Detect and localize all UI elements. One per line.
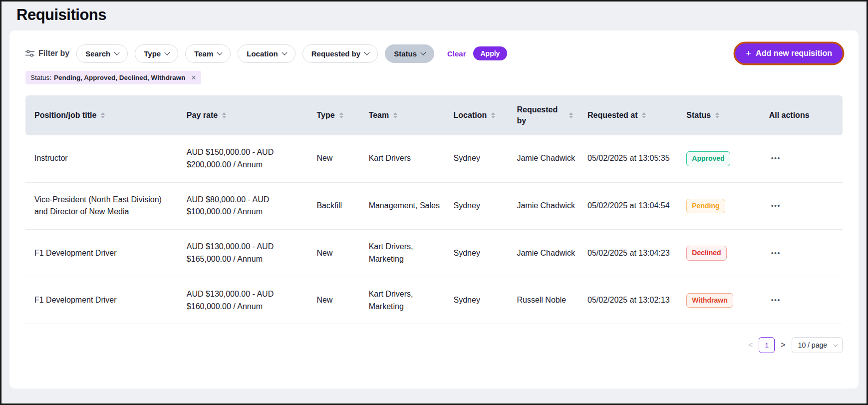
cell-position: F1 Development Driver xyxy=(25,277,187,324)
cell-requested-at: 05/02/2025 at 13:05:35 xyxy=(587,135,686,182)
cell-type: New xyxy=(316,277,368,324)
filter-status-dropdown[interactable]: Status xyxy=(385,44,434,63)
table-header-row: Position/job title Pay rate Type Team Lo… xyxy=(25,95,843,135)
pagination: < 1 > 10 / page xyxy=(25,337,843,353)
cell-requested-by: Jamie Chadwick xyxy=(517,135,587,182)
row-actions-button[interactable]: ••• xyxy=(769,295,783,305)
header-status[interactable]: Status xyxy=(686,95,769,135)
chevron-down-icon xyxy=(282,49,287,55)
cell-team: Management, Sales xyxy=(369,182,454,230)
pagination-prev-button[interactable]: < xyxy=(748,341,753,350)
cell-team: Kart Drivers, Marketing xyxy=(369,277,454,324)
pagination-page-button[interactable]: 1 xyxy=(759,337,775,353)
chevron-down-icon xyxy=(364,49,369,55)
header-team[interactable]: Team xyxy=(369,95,454,135)
cell-actions: ••• xyxy=(769,135,843,182)
cell-status: Withdrawn xyxy=(686,277,769,324)
chevron-down-icon xyxy=(114,49,120,55)
cell-requested-at: 05/02/2025 at 13:04:23 xyxy=(587,230,686,277)
header-requested-at[interactable]: Requested at xyxy=(587,95,686,135)
status-badge: Declined xyxy=(686,246,726,261)
cell-location: Sydney xyxy=(454,277,517,324)
sort-icon[interactable] xyxy=(569,112,573,118)
cell-team: Kart Drivers xyxy=(369,135,454,182)
header-location[interactable]: Location xyxy=(454,95,517,135)
cell-actions: ••• xyxy=(769,182,843,230)
cell-location: Sydney xyxy=(454,182,517,230)
row-actions-button[interactable]: ••• xyxy=(769,201,783,211)
cell-actions: ••• xyxy=(769,277,843,324)
requisitions-card: Filter by Search Type Team Location Requ… xyxy=(9,30,859,389)
page-size-select[interactable]: 10 / page xyxy=(792,337,843,353)
header-position[interactable]: Position/job title xyxy=(25,95,187,135)
filter-type-dropdown[interactable]: Type xyxy=(135,44,178,63)
status-badge: Withdrawn xyxy=(686,293,733,308)
sort-icon[interactable] xyxy=(339,112,343,118)
sort-icon[interactable] xyxy=(715,112,719,118)
table-row: Instructor AUD $150,000.00 - AUD $200,00… xyxy=(25,135,843,182)
sort-icon[interactable] xyxy=(101,112,105,118)
filter-requested-by-dropdown[interactable]: Requested by xyxy=(302,44,378,63)
table-row: Vice-President (North East Division) and… xyxy=(25,182,843,230)
cell-pay-rate: AUD $130,000.00 - AUD $165,000.00 / Annu… xyxy=(187,230,317,277)
sort-icon[interactable] xyxy=(491,112,495,118)
pagination-next-button[interactable]: > xyxy=(781,341,785,350)
filter-search-dropdown[interactable]: Search xyxy=(76,44,128,63)
header-type[interactable]: Type xyxy=(316,95,368,135)
cell-pay-rate: AUD $130,000.00 - AUD $160,000.00 / Annu… xyxy=(187,277,317,324)
cell-location: Sydney xyxy=(454,230,517,277)
chevron-down-icon xyxy=(165,49,170,55)
cell-actions: ••• xyxy=(769,230,843,277)
table-row: F1 Development Driver AUD $130,000.00 - … xyxy=(25,230,843,277)
cell-status: Pending xyxy=(686,182,769,230)
cell-position: F1 Development Driver xyxy=(25,230,187,277)
sort-icon[interactable] xyxy=(642,112,646,118)
add-new-requisition-button[interactable]: + Add new requisition xyxy=(735,43,843,63)
row-actions-button[interactable]: ••• xyxy=(769,153,783,163)
cell-team: Kart Drivers, Marketing xyxy=(369,230,454,277)
cell-status: Approved xyxy=(686,135,769,182)
sort-icon[interactable] xyxy=(222,112,226,118)
filter-by-label: Filter by xyxy=(25,49,69,58)
chevron-down-icon xyxy=(420,49,426,55)
header-all-actions: All actions xyxy=(769,95,843,135)
row-actions-button[interactable]: ••• xyxy=(769,248,783,258)
cell-requested-by: Jamie Chadwick xyxy=(517,230,587,277)
page-title: Requisitions xyxy=(16,6,867,24)
status-badge: Pending xyxy=(686,199,725,214)
clear-filters-link[interactable]: Clear xyxy=(447,49,466,58)
cell-requested-by: Jamie Chadwick xyxy=(517,182,587,230)
cell-type: New xyxy=(316,135,368,182)
chevron-down-icon xyxy=(834,343,838,347)
cell-pay-rate: AUD $150,000.00 - AUD $200,000.00 / Annu… xyxy=(187,135,317,182)
plus-icon: + xyxy=(746,50,751,57)
chevron-down-icon xyxy=(217,49,223,55)
status-badge: Approved xyxy=(686,151,730,166)
cell-type: Backfill xyxy=(316,182,368,230)
cell-status: Declined xyxy=(686,230,769,277)
cell-location: Sydney xyxy=(454,135,517,182)
filter-sliders-icon xyxy=(25,50,34,57)
applied-filters-row: Status: Pending, Approved, Declined, Wit… xyxy=(25,71,843,84)
filter-tag-name: Status: xyxy=(30,74,51,81)
remove-filter-icon[interactable]: ✕ xyxy=(191,74,196,81)
cell-position: Vice-President (North East Division) and… xyxy=(25,182,187,230)
header-requested-by[interactable]: Requested by xyxy=(517,95,587,135)
cell-pay-rate: AUD $80,000.00 - AUD $100,000.00 / Annum xyxy=(187,182,317,230)
cell-type: New xyxy=(316,230,368,277)
requisitions-table: Position/job title Pay rate Type Team Lo… xyxy=(25,95,843,324)
table-row: F1 Development Driver AUD $130,000.00 - … xyxy=(25,277,843,324)
cell-position: Instructor xyxy=(25,135,187,182)
filter-tag-values: Pending, Approved, Declined, Withdrawn xyxy=(54,74,185,81)
cell-requested-by: Russell Noble xyxy=(517,277,587,324)
filter-location-dropdown[interactable]: Location xyxy=(238,44,295,63)
filter-bar: Filter by Search Type Team Location Requ… xyxy=(25,43,843,63)
status-filter-tag: Status: Pending, Approved, Declined, Wit… xyxy=(25,71,201,84)
header-pay-rate[interactable]: Pay rate xyxy=(187,95,317,135)
sort-icon[interactable] xyxy=(393,112,397,118)
apply-filters-button[interactable]: Apply xyxy=(473,46,508,60)
filter-team-dropdown[interactable]: Team xyxy=(185,44,231,63)
cell-requested-at: 05/02/2025 at 13:02:13 xyxy=(587,277,686,324)
cell-requested-at: 05/02/2025 at 13:04:54 xyxy=(587,182,686,230)
